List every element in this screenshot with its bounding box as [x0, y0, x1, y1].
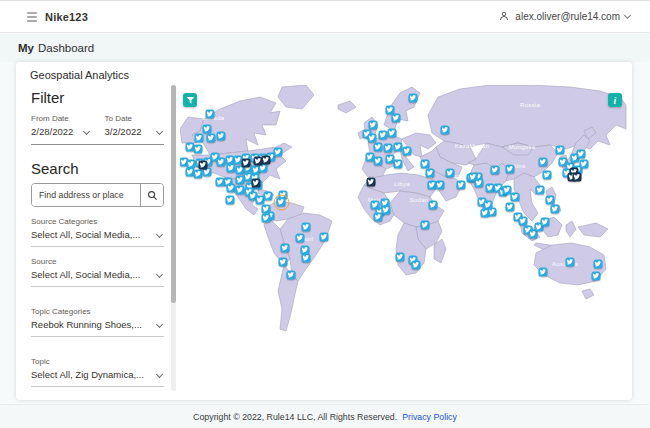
tweet-marker[interactable]: [421, 160, 430, 169]
tweet-marker[interactable]: [592, 272, 601, 281]
tweet-marker[interactable]: [242, 159, 251, 168]
tweet-marker[interactable]: [374, 213, 383, 222]
search-button[interactable]: [140, 184, 163, 206]
tweet-marker[interactable]: [368, 134, 377, 143]
tweet-marker[interactable]: [506, 165, 515, 174]
tweet-marker[interactable]: [279, 258, 288, 267]
tweet-marker[interactable]: [227, 164, 236, 173]
tweet-marker[interactable]: [369, 121, 378, 130]
tweet-marker[interactable]: [274, 148, 283, 157]
map-info-button[interactable]: i: [608, 93, 622, 107]
tweet-marker[interactable]: [302, 223, 311, 232]
tweet-marker[interactable]: [457, 181, 466, 190]
chevron-down-icon: [624, 11, 631, 18]
tweet-marker[interactable]: [320, 233, 329, 242]
tweet-marker[interactable]: [541, 218, 550, 227]
tweet-marker[interactable]: [302, 254, 311, 263]
tweet-marker[interactable]: [403, 147, 412, 156]
tweet-marker[interactable]: [217, 158, 226, 167]
tweet-marker[interactable]: [262, 156, 271, 165]
tweet-marker[interactable]: [556, 146, 565, 155]
tweet-marker[interactable]: [539, 158, 548, 167]
tweet-marker[interactable]: [236, 176, 245, 185]
tweet-marker[interactable]: [379, 131, 388, 140]
tweet-marker[interactable]: [252, 179, 261, 188]
tweet-marker[interactable]: [394, 143, 403, 152]
tweet-marker[interactable]: [195, 134, 204, 143]
tweet-marker[interactable]: [277, 198, 286, 207]
tweet-marker[interactable]: [426, 169, 435, 178]
tweet-marker[interactable]: [392, 114, 401, 123]
topic-categories-select[interactable]: Topic Categories Reebok Running Shoes,..…: [31, 307, 164, 337]
tweet-marker[interactable]: [206, 110, 215, 119]
source-categories-select[interactable]: Source Categories Select All, Social Med…: [31, 217, 164, 247]
tweet-marker[interactable]: [441, 126, 450, 135]
from-date-select[interactable]: 2/28/2022: [31, 126, 91, 137]
source-select[interactable]: Source Select All, Social Media,...: [31, 257, 164, 287]
sidebar-scrollbar[interactable]: [171, 85, 176, 391]
tweet-marker[interactable]: [199, 161, 208, 170]
tweet-marker[interactable]: [287, 271, 296, 280]
tweet-marker[interactable]: [226, 196, 235, 205]
tweet-marker[interactable]: [429, 201, 438, 210]
tweet-marker[interactable]: [264, 192, 273, 201]
tweet-marker[interactable]: [506, 203, 515, 212]
tweet-marker[interactable]: [573, 173, 582, 182]
tweet-marker[interactable]: [519, 217, 528, 226]
chevron-down-icon: [156, 128, 163, 135]
tweet-marker[interactable]: [409, 94, 418, 103]
app-header: Nike123 alex.oliver@rule14.com: [0, 0, 650, 33]
to-date-label: To Date: [105, 114, 165, 123]
tweet-marker[interactable]: [388, 129, 397, 138]
map-filter-button[interactable]: [183, 93, 197, 107]
scrollbar-thumb[interactable]: [171, 85, 176, 303]
tweet-marker[interactable]: [396, 253, 405, 262]
search-icon: [147, 190, 158, 201]
tweet-marker[interactable]: [580, 160, 589, 169]
tweet-marker[interactable]: [446, 169, 455, 178]
tweet-marker[interactable]: [481, 209, 490, 218]
tweet-marker[interactable]: [394, 160, 403, 169]
tweet-marker[interactable]: [374, 157, 383, 166]
tweet-marker[interactable]: [216, 178, 225, 187]
tweet-marker[interactable]: [543, 171, 552, 180]
world-map[interactable]: CanadaRussiaKazakhstanMongoliaChinaIranL…: [180, 85, 628, 397]
privacy-policy-link[interactable]: Privacy Policy: [402, 412, 457, 422]
user-menu[interactable]: alex.oliver@rule14.com: [498, 8, 630, 26]
tweet-marker[interactable]: [382, 206, 391, 215]
tweet-marker[interactable]: [262, 214, 271, 223]
divider: [31, 144, 164, 145]
tweet-marker[interactable]: [296, 234, 305, 243]
tweet-marker[interactable]: [374, 143, 383, 152]
geospatial-analytics-card: Geospatial Analytics Filter From Date 2/…: [16, 62, 632, 400]
tweet-marker[interactable]: [207, 134, 216, 143]
tweet-marker[interactable]: [194, 170, 203, 179]
tweet-marker[interactable]: [536, 186, 545, 195]
hamburger-menu-icon[interactable]: [27, 12, 37, 22]
tweet-marker[interactable]: [539, 268, 548, 277]
tweet-marker[interactable]: [475, 179, 484, 188]
tweet-marker[interactable]: [217, 132, 226, 141]
topic-select[interactable]: Topic Select All, Zig Dynamica,...: [31, 357, 164, 387]
tweet-marker[interactable]: [436, 181, 445, 190]
tweet-marker[interactable]: [511, 193, 520, 202]
tweet-marker[interactable]: [236, 186, 245, 195]
page-footer: Copyright © 2022, Rule14 LLC, All Rights…: [0, 404, 650, 428]
tweet-marker[interactable]: [546, 196, 555, 205]
tweet-marker[interactable]: [367, 178, 376, 187]
tweet-marker[interactable]: [551, 205, 560, 214]
tweet-marker[interactable]: [566, 258, 575, 267]
tweet-marker[interactable]: [227, 184, 236, 193]
tweet-marker[interactable]: [194, 145, 203, 154]
tweet-marker[interactable]: [421, 221, 430, 230]
tweet-marker[interactable]: [491, 166, 500, 175]
search-input[interactable]: [32, 184, 140, 206]
chevron-down-icon: [156, 321, 163, 328]
tweet-marker[interactable]: [281, 244, 290, 253]
tweet-marker[interactable]: [594, 260, 603, 269]
tweet-marker[interactable]: [384, 144, 393, 153]
tweet-marker[interactable]: [412, 261, 421, 270]
tweet-marker[interactable]: [203, 125, 212, 134]
tweet-marker[interactable]: [577, 150, 586, 159]
to-date-select[interactable]: 3/2/2022: [105, 126, 165, 137]
